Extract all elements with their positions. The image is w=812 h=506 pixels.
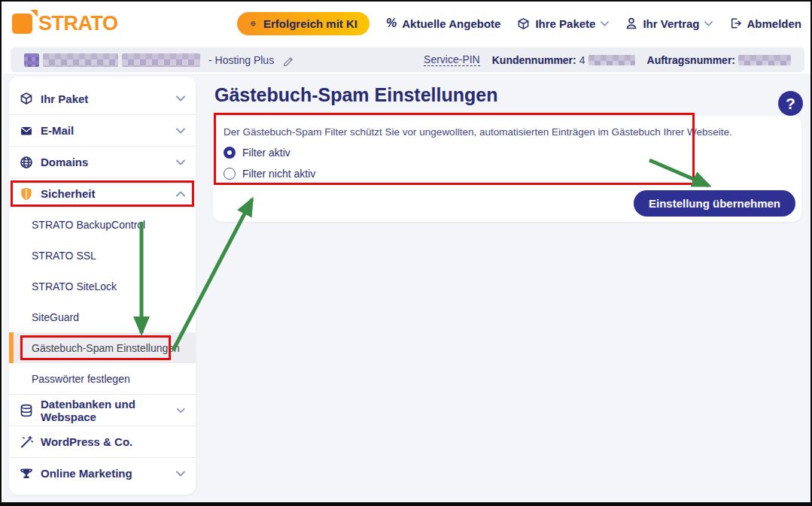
package-name: - Hosting Plus [208,54,274,66]
sidebar-nav: Ihr Paket E-Mail Domains Sicherheit [9,77,196,495]
nav-item-vertrag[interactable]: Ihr Vertrag [625,17,713,30]
order-number-label: Auftragsnummer: [647,54,735,66]
order-number-redacted [738,55,791,65]
strato-logo-icon [12,14,32,34]
account-bar: - Hosting Plus Service-PIN Kundennummer:… [11,47,804,72]
wand-icon [20,435,33,449]
sidebar-subitem-passwoerter[interactable]: Passwörter festlegen [9,363,196,394]
sidebar-subitem-label: Gästebuch-Spam Einstellungen [32,342,180,354]
sidebar-item-email[interactable]: E-Mail [9,114,196,146]
sidebar-item-label: Datenbanken und Webspace [41,398,177,423]
account-numbers: Service-PIN Kundennummer: 4 Auftragsnumm… [424,53,791,66]
radio-filter-nicht-aktiv[interactable]: Filter nicht aktiv [224,168,791,180]
radio-label: Filter nicht aktiv [242,168,315,180]
sidebar-item-label: Domains [41,156,88,168]
chevron-down-icon [176,128,185,134]
radio-selected-icon[interactable] [224,147,236,159]
sidebar-subitem-gaestebuch-spam[interactable]: Gästebuch-Spam Einstellungen [9,332,196,363]
sidebar-item-label: E-Mail [41,124,74,137]
top-header: STRATO Erfolgreich mit KI % Aktuelle Ang… [3,2,810,45]
sidebar-subitem-sitelock[interactable]: STRATO SiteLock [9,271,196,301]
sidebar-item-label: Sicherheit [41,187,96,200]
radio-filter-aktiv[interactable]: Filter aktiv [224,147,791,159]
logout-icon [729,17,741,29]
sidebar-item-datenbanken[interactable]: Datenbanken und Webspace [9,394,196,426]
customer-number-redacted [588,55,635,65]
edit-pencil-icon[interactable] [282,54,294,66]
help-button[interactable]: ? [778,91,803,116]
account-avatar-redacted [24,53,39,67]
radio-label: Filter aktiv [242,147,290,159]
sidebar-item-domains[interactable]: Domains [9,146,196,177]
sidebar-subitem-label: Passwörter festlegen [32,373,130,385]
user-icon [625,17,637,29]
nav-item-abmelden[interactable]: Abmelden [729,17,801,30]
sidebar-item-ihr-paket[interactable]: Ihr Paket [9,83,196,114]
sidebar-subitem-label: STRATO BackupControl [32,219,145,231]
sidebar-subitem-backupcontrol[interactable]: STRATO BackupControl [9,209,196,240]
chevron-down-icon [176,159,185,165]
nav-label: Abmelden [747,17,801,30]
filter-description: Der Gästebuch-Spam Filter schützt Sie vo… [224,126,791,138]
sidebar-subitem-ssl[interactable]: STRATO SSL [9,240,196,271]
package-icon [517,17,530,30]
chevron-down-icon [601,21,609,26]
annotation-red-box-sicherheit [11,180,194,207]
ki-icon [249,21,257,26]
nav-item-angebote[interactable]: % Aktuelle Angebote [386,17,500,30]
sidebar-item-label: Ihr Paket [41,92,88,105]
chevron-down-icon [704,21,713,26]
trophy-icon [20,467,33,480]
strato-logo: STRATO [12,12,118,35]
sidebar-subitem-label: SiteGuard [32,311,79,323]
apply-settings-button[interactable]: Einstellung übernehmen [634,190,795,217]
account-name-redacted [43,53,118,67]
sidebar-item-sicherheit[interactable]: Sicherheit [9,177,196,209]
customer-number-visible-digit: 4 [579,54,585,66]
chevron-up-icon [176,191,185,197]
account-domain-redacted [122,53,200,67]
nav-label: Ihr Vertrag [643,17,699,30]
page-title: Gästebuch-Spam Einstellungen [214,84,497,106]
ki-button[interactable]: Erfolgreich mit KI [237,12,370,35]
customer-number-label: Kundennummer: [492,54,576,66]
sidebar-item-label: WordPress & Co. [41,435,132,448]
chevron-down-icon [176,95,185,102]
package-icon [20,92,33,105]
account-info: - Hosting Plus [24,53,294,67]
sidebar-item-online-marketing[interactable]: Online Marketing [9,457,196,489]
sidebar-subitem-label: STRATO SSL [32,250,96,262]
sidebar-item-wordpress[interactable]: WordPress & Co. [9,426,196,457]
service-pin-link[interactable]: Service-PIN [424,53,480,66]
strato-logo-text: STRATO [38,12,118,35]
ki-button-label: Erfolgreich mit KI [263,17,357,30]
nav-item-pakete[interactable]: Ihre Pakete [517,17,609,30]
chevron-down-icon [177,408,185,414]
settings-card: Der Gästebuch-Spam Filter schützt Sie vo… [213,116,801,222]
chevron-down-icon [176,471,185,477]
nav-label: Aktuelle Angebote [402,17,500,30]
radio-unselected-icon[interactable] [224,168,236,180]
strato-customer-portal: STRATO Erfolgreich mit KI % Aktuelle Ang… [0,0,812,506]
mail-icon [20,124,33,138]
nav-label: Ihre Pakete [535,17,595,30]
percent-icon: % [386,17,397,30]
sidebar-subitem-label: STRATO SiteLock [32,280,117,292]
header-nav: Erfolgreich mit KI % Aktuelle Angebote I… [237,12,801,35]
sidebar-item-label: Online Marketing [41,467,132,480]
globe-icon [20,156,33,169]
database-icon [20,404,33,417]
sidebar-subitem-siteguard[interactable]: SiteGuard [9,301,196,332]
shield-icon [20,187,33,201]
